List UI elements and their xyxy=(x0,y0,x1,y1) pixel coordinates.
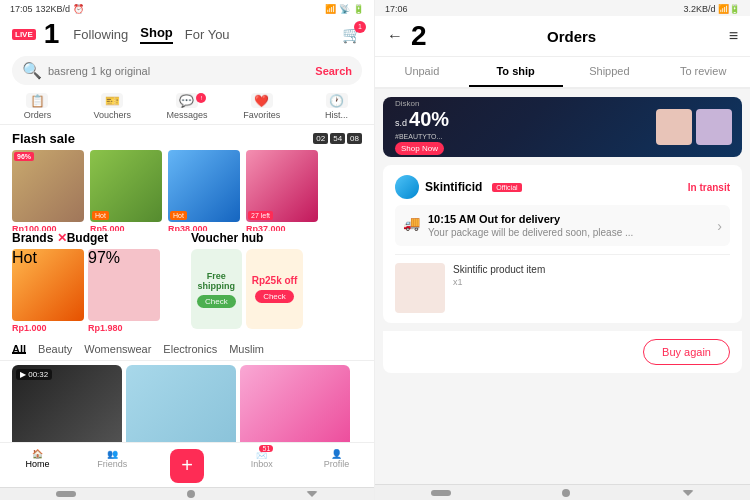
vouchers-icon: 🎫 xyxy=(101,93,123,108)
free-shipping-sub: shipping xyxy=(198,281,236,291)
orders-icon: 📋 xyxy=(26,93,48,108)
free-shipping-voucher[interactable]: Free shipping Check xyxy=(191,249,242,329)
quick-nav-favorites[interactable]: ❤️ Favorites xyxy=(224,93,299,120)
brand-item-1[interactable]: Hot Rp1.000 xyxy=(12,249,84,333)
flash-item-4-badge: 27 left xyxy=(248,211,273,220)
cat-tab-electronics[interactable]: Electronics xyxy=(163,343,217,354)
nav-shop[interactable]: Shop xyxy=(140,25,173,44)
quick-nav-vouchers[interactable]: 🎫 Vouchers xyxy=(75,93,150,120)
buy-again-button[interactable]: Buy again xyxy=(643,339,730,365)
tab-to-review[interactable]: To review xyxy=(656,57,750,87)
order-seller: Skintificid Official In transit xyxy=(395,175,730,199)
cat-tab-muslim[interactable]: Muslim xyxy=(229,343,264,354)
cat-tab-womenswear[interactable]: Womenswear xyxy=(84,343,151,354)
sys-triangle-right[interactable] xyxy=(682,490,694,496)
time-right: 17:06 xyxy=(385,4,408,14)
flash-item-4[interactable]: 27 left Rp37.000 Rp55.000 xyxy=(246,150,318,225)
bottom-nav-add[interactable]: + xyxy=(150,449,225,485)
inbox-count: 51 xyxy=(259,445,273,452)
bottom-nav-inbox[interactable]: 📩 51 Inbox xyxy=(224,449,299,485)
quick-nav-history[interactable]: 🕐 Hist... xyxy=(299,93,374,120)
messages-icon: 💬 xyxy=(176,93,198,108)
right-system-bar xyxy=(375,484,750,500)
nav-for-you[interactable]: For You xyxy=(185,27,230,42)
friends-label: Friends xyxy=(97,459,127,469)
quick-nav-orders[interactable]: 📋 Orders xyxy=(0,93,75,120)
flash-item-3-badge: Hot xyxy=(170,211,187,220)
sys-circle-left[interactable] xyxy=(187,490,195,498)
sys-square-right[interactable] xyxy=(431,490,451,496)
profile-label: Profile xyxy=(324,459,350,469)
cat-tab-beauty[interactable]: Beauty xyxy=(38,343,72,354)
product-info: Skintific product item x1 xyxy=(453,263,730,313)
live-badge: LIVE xyxy=(12,29,36,40)
seller-info: Skintificid Official xyxy=(395,175,522,199)
search-button[interactable]: Search xyxy=(315,65,352,77)
product-qty: x1 xyxy=(453,277,730,287)
quick-nav-messages[interactable]: 💬 ! Messages xyxy=(150,93,225,120)
flash-sale-header: Flash sale 02 54 08 xyxy=(0,125,374,150)
cart-badge: 1 xyxy=(354,21,366,33)
promo-icons xyxy=(656,109,732,145)
sys-circle-right[interactable] xyxy=(562,489,570,497)
tab-shipped[interactable]: Shipped xyxy=(563,57,657,87)
flash-item-2-badge: Hot xyxy=(92,211,109,220)
bottom-nav-home[interactable]: 🏠 Home xyxy=(0,449,75,485)
flash-item-img-1: 96% xyxy=(12,150,84,222)
home-label: Home xyxy=(25,459,49,469)
free-shipping-btn[interactable]: Check xyxy=(197,295,236,308)
search-input[interactable] xyxy=(48,65,309,77)
sys-triangle-left[interactable] xyxy=(306,491,318,497)
orders-label: Orders xyxy=(24,110,52,120)
nav-following[interactable]: Following xyxy=(73,27,128,42)
discount-voucher[interactable]: Rp25k off Check xyxy=(246,249,304,329)
messages-label: Messages xyxy=(166,110,207,120)
cat-tab-all[interactable]: All xyxy=(12,343,26,354)
discount-btn[interactable]: Check xyxy=(255,290,294,303)
history-icon: 🕐 xyxy=(326,93,348,108)
video-thumb-3[interactable] xyxy=(240,365,350,441)
delivery-text: 10:15 AM Out for delivery Your package w… xyxy=(428,213,709,238)
menu-icon[interactable]: ≡ xyxy=(729,27,738,45)
signal-right: 📶🔋 xyxy=(718,4,740,14)
video-thumb-1[interactable]: ▶ 00:32 xyxy=(12,365,122,441)
tab-unpaid[interactable]: Unpaid xyxy=(375,57,469,87)
tab-to-ship[interactable]: To ship xyxy=(469,57,563,87)
delivery-info[interactable]: 🚚 10:15 AM Out for delivery Your package… xyxy=(395,205,730,246)
flash-item-4-price: Rp37.000 xyxy=(246,224,318,231)
nav-links: Following Shop For You xyxy=(73,25,334,44)
back-button[interactable]: ← xyxy=(387,27,403,45)
flash-item-2[interactable]: Hot Rp5.000 Rp8.000 xyxy=(90,150,162,225)
delivery-sub: Your package will be delivered soon, ple… xyxy=(428,227,709,238)
category-tabs: All Beauty Womenswear Electronics Muslim xyxy=(0,337,374,361)
chevron-right-icon: › xyxy=(717,218,722,234)
left-panel: 17:05 132KB/d ⏰ 📶 📡 🔋 LIVE 1 Following S… xyxy=(0,0,375,500)
delivery-time: 10:15 AM Out for delivery xyxy=(428,213,709,225)
vouchers-label: Vouchers xyxy=(93,110,131,120)
shop-now-btn[interactable]: Shop Now xyxy=(395,142,444,155)
flash-item-1[interactable]: 96% Rp100.000 Rp150.000 xyxy=(12,150,84,225)
video-thumb-2[interactable] xyxy=(126,365,236,441)
inbox-icon-wrap: 📩 51 xyxy=(256,449,267,459)
flash-item-1-discount: 96% xyxy=(14,152,34,161)
cart-icon[interactable]: 🛒 1 xyxy=(342,25,362,44)
promo-product-2 xyxy=(696,109,732,145)
sys-square-left[interactable] xyxy=(56,491,76,497)
promo-sd: s.d xyxy=(395,118,407,128)
brands-title: Brands ✕Budget xyxy=(12,231,183,245)
promo-product-1 xyxy=(656,109,692,145)
promo-banner[interactable]: Diskon s.d 40% #BEAUTYTO... Shop Now xyxy=(383,97,742,157)
search-bar: 🔍 Search xyxy=(12,56,362,85)
add-button[interactable]: + xyxy=(170,449,204,483)
product-thumbnail xyxy=(395,263,445,313)
brand-item-1-badge: Hot xyxy=(12,249,37,266)
brands-section: Brands ✕Budget Hot Rp1.000 97% Rp1.980 xyxy=(12,231,183,333)
bottom-nav-friends[interactable]: 👥 Friends xyxy=(75,449,150,485)
video-preview: ▶ 00:32 xyxy=(0,361,374,441)
bottom-nav-profile[interactable]: 👤 Profile xyxy=(299,449,374,485)
left-status-bar: 17:05 132KB/d ⏰ 📶 📡 🔋 xyxy=(0,0,374,16)
battery-icon: 🔋 xyxy=(353,4,364,14)
flash-item-3[interactable]: Hot Rp38.000 Rp46.000 xyxy=(168,150,240,225)
brand-item-1-price: Rp1.000 xyxy=(12,323,84,333)
brand-item-2[interactable]: 97% Rp1.980 xyxy=(88,249,160,333)
